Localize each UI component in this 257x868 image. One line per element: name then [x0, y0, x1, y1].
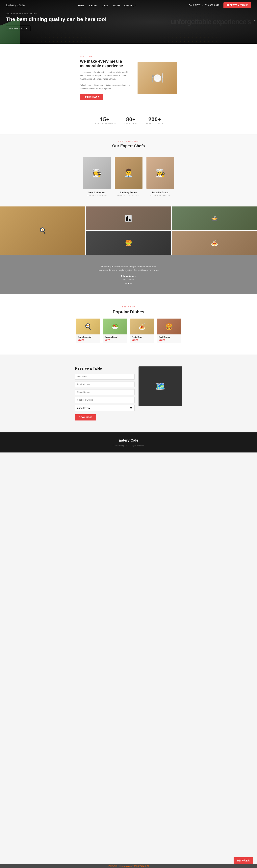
menu-section: Our Menu Popular Dishes 🍳 Eggs Benedict … [0, 294, 257, 354]
team-name-1: Lindsay Perlen [115, 191, 143, 194]
gallery-image-4: 🍝 [172, 231, 257, 255]
navbar: Eatery Cafe Home About Chef Menu Contact… [0, 0, 257, 10]
testimonial-sub: Happy customer [6, 278, 251, 280]
hero-ghost-text: unforgettable experience's [171, 18, 251, 26]
stat-num-2: 200+ [146, 116, 163, 123]
gallery-image-1: 👨‍👧 [86, 207, 171, 230]
stat-0: 15+ Years Experience [94, 116, 116, 124]
stat-num-0: 15+ [94, 116, 116, 123]
menu-info-3: Beef Burger $13.99 [157, 335, 181, 343]
nav-home[interactable]: Home [78, 5, 85, 7]
map-icon: 🗺️ [155, 382, 165, 391]
gallery-item-3: 🍔 [86, 231, 171, 255]
menu-section-title: Popular Dishes [6, 309, 251, 315]
nav-about[interactable]: About [89, 5, 98, 7]
menu-item-0: 🍳 Eggs Benedict $12.99 [76, 318, 100, 343]
menu-image-1: 🥗 [103, 318, 127, 335]
footer-text: © 2024 Eatery Cafe. All rights reserved. [6, 444, 251, 446]
team-card-1: 👨‍💼 Lindsay Perlen Owner & Manager [115, 157, 143, 196]
reservation-date-input[interactable] [75, 405, 135, 411]
reservation-guests-input[interactable] [75, 397, 135, 403]
menu-item-2: 🍝 Pasta Bowl $14.99 [130, 318, 154, 343]
menu-item-name-0: Eggs Benedict [78, 336, 99, 338]
reservation-title: Reserve a Table [75, 366, 135, 371]
brand-logo: Eatery Cafe [6, 4, 25, 7]
scroll-dot-1 [254, 20, 255, 21]
team-header: Meet Our Team Our Expert Chefs [6, 140, 251, 153]
nav-links: Home About Chef Menu Contact [78, 4, 136, 7]
menu-items-grid: 🍳 Eggs Benedict $12.99 🥗 Garden Salad $8… [6, 318, 251, 343]
hero-scroll-indicator [254, 20, 255, 24]
menu-image-3: 🍔 [157, 318, 181, 335]
reservation-submit-button[interactable]: Book Now [75, 414, 96, 421]
about-text: About Us We make every meal a memorable … [80, 56, 132, 100]
reserve-button[interactable]: Reserve a table [223, 2, 251, 8]
nav-menu[interactable]: Menu [113, 5, 120, 7]
stat-label-1: Menu Items [124, 123, 138, 124]
menu-info-1: Garden Salad $8.99 [103, 335, 127, 343]
testimonial-dot-1[interactable] [128, 283, 129, 284]
stat-1: 80+ Menu Items [124, 116, 138, 124]
reservation-name-input[interactable] [75, 374, 135, 379]
menu-section-label: Our Menu [6, 306, 251, 308]
team-photo-0: 👩‍🍳 [83, 157, 111, 189]
about-title: We make every meal a memorable experienc… [80, 59, 132, 68]
testimonial-author: Johnny Stephen [6, 275, 251, 277]
team-card-0: 👩‍🍳 New Catherine Kitchen Officer [83, 157, 111, 196]
hero-title: The best dinning quality can be here too… [6, 16, 107, 23]
testimonial-section: Pellentesque habitant morbi tristique se… [0, 255, 257, 294]
gallery-image-0: 🍳 [0, 207, 85, 255]
hero-content: Your Perfect Breakfast The best dinning … [0, 13, 113, 31]
gallery-image-3: 🍔 [86, 231, 171, 255]
phone-number: CALL NOW! +, 010 033 0340 [189, 4, 219, 6]
team-photo-1: 👨‍💼 [115, 157, 143, 189]
testimonial-dots [6, 283, 251, 284]
team-role-2: Pizza Specialist [146, 195, 174, 196]
testimonial-text: Pellentesque habitant morbi tristique se… [97, 265, 160, 272]
reservation-phone-input[interactable] [75, 389, 135, 395]
gallery-item-0: 🍳 [0, 207, 85, 255]
footer: Eatery Cafe © 2024 Eatery Cafe. All righ… [0, 432, 257, 453]
about-description2: Pellentesque habitant morbi tristique se… [80, 84, 132, 90]
gallery-item-1: 👨‍👧 [86, 207, 171, 230]
reservation-form: Reserve a Table Book Now [75, 366, 135, 421]
team-photo-2: 👩‍🍳 [146, 157, 174, 189]
map-placeholder: 🗺️ [139, 366, 182, 406]
testimonial-dot-2[interactable] [131, 283, 132, 284]
menu-item-price-1: $8.99 [105, 339, 125, 341]
reservation-email-input[interactable] [75, 381, 135, 387]
menu-item-name-1: Garden Salad [105, 336, 125, 338]
scroll-dot-2 [254, 23, 255, 24]
menu-item-name-3: Beef Burger [159, 336, 179, 338]
team-grid: 👩‍🍳 New Catherine Kitchen Officer 👨‍💼 Li… [6, 157, 251, 196]
discover-menu-button[interactable]: Discover menu [6, 26, 30, 31]
team-role-1: Owner & Manager [115, 195, 143, 196]
team-title: Our Expert Chefs [6, 144, 251, 148]
team-name-0: New Catherine [83, 191, 111, 194]
stat-label-0: Years Experience [94, 123, 116, 124]
menu-image-2: 🍝 [130, 318, 154, 335]
about-section: About Us We make every meal a memorable … [0, 44, 257, 112]
gallery-image-2: 🍲 [172, 207, 257, 230]
gallery-item-2: 🍲 [172, 207, 257, 230]
team-name-2: Isabella Grace [146, 191, 174, 194]
reservation-section: Reserve a Table Book Now 🗺️ [0, 354, 257, 432]
stat-num-1: 80+ [124, 116, 138, 123]
stats-section: 15+ Years Experience 80+ Menu Items 200+… [0, 112, 257, 134]
nav-chef[interactable]: Chef [102, 5, 109, 7]
menu-item-price-3: $13.99 [159, 339, 179, 341]
menu-item-1: 🥗 Garden Salad $8.99 [103, 318, 127, 343]
menu-item-price-0: $12.99 [78, 339, 99, 341]
learn-more-button[interactable]: Learn More [80, 94, 103, 100]
menu-item-price-2: $14.99 [132, 339, 152, 341]
team-card-2: 👩‍🍳 Isabella Grace Pizza Specialist [146, 157, 174, 196]
team-role-0: Kitchen Officer [83, 195, 111, 196]
form-group-0 [75, 374, 135, 379]
nav-contact[interactable]: Contact [124, 5, 136, 7]
stat-label-2: Happy Clients [146, 123, 163, 124]
logo-secondary: Cafe [17, 4, 25, 7]
form-group-2 [75, 389, 135, 395]
team-label: Meet Our Team [6, 140, 251, 142]
form-group-1 [75, 381, 135, 387]
testimonial-dot-0[interactable] [125, 283, 126, 284]
